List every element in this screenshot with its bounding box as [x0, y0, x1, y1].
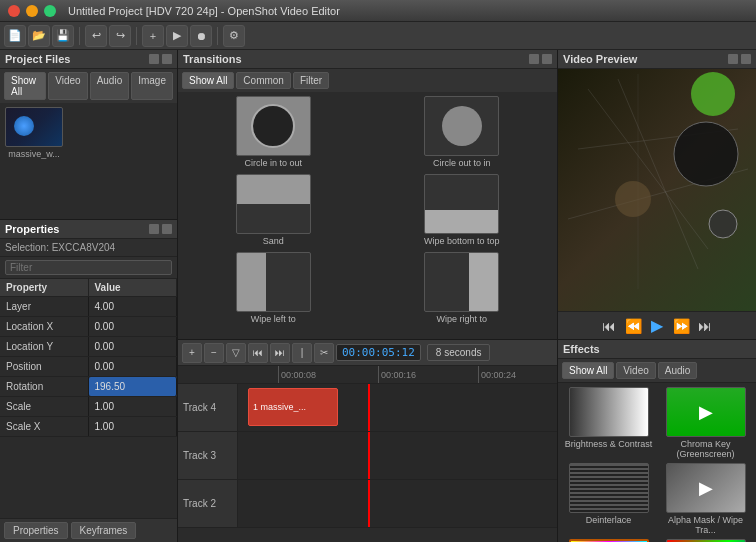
track-content[interactable]: 1 massive_...: [238, 384, 557, 431]
filter-button[interactable]: ▽: [226, 343, 246, 363]
open-button[interactable]: 📂: [28, 25, 50, 47]
table-row[interactable]: Position0.00: [0, 357, 177, 377]
tab-show-all-trans[interactable]: Show All: [182, 72, 234, 89]
tab-image-files[interactable]: Image: [131, 72, 173, 100]
value-cell[interactable]: 0.00: [89, 337, 178, 356]
effect-item[interactable]: Alpha Mask / Wipe Tra...: [659, 463, 752, 535]
transitions-scroll[interactable]: Circle in to outCircle out to inSandWipe…: [178, 92, 557, 339]
properties-table: Layer4.00Location X0.00Location Y0.00Pos…: [0, 297, 177, 518]
transition-item[interactable]: Circle in to out: [182, 96, 365, 168]
transitions-title: Transitions: [183, 53, 242, 65]
effect-item[interactable]: Chroma Key (Greenscreen): [659, 387, 752, 459]
tab-keyframes[interactable]: Keyframes: [71, 522, 137, 539]
value-cell[interactable]: 0.00: [89, 317, 178, 336]
project-files-icon-2[interactable]: [162, 54, 172, 64]
minimize-button[interactable]: [26, 5, 38, 17]
transition-thumbnail: [424, 174, 499, 234]
ruler-mark: 00:00:24: [478, 366, 516, 383]
properties-filter[interactable]: [0, 257, 177, 279]
effect-thumbnail: [569, 463, 649, 513]
tab-filter-trans[interactable]: Filter: [293, 72, 329, 89]
transition-item[interactable]: Wipe left to: [182, 252, 365, 324]
play-button[interactable]: ▶: [647, 316, 667, 335]
tab-properties[interactable]: Properties: [4, 522, 68, 539]
new-button[interactable]: 📄: [4, 25, 26, 47]
rewind-prev-button[interactable]: ⏪: [623, 318, 643, 334]
ruler-mark: 00:00:16: [378, 366, 416, 383]
rewind-button[interactable]: ⏮: [248, 343, 268, 363]
property-cell: Scale: [0, 397, 89, 416]
tab-show-all-files[interactable]: Show All: [4, 72, 46, 100]
property-cell: Scale X: [0, 417, 89, 436]
video-preview-section: Video Preview: [558, 50, 756, 340]
table-row[interactable]: Rotation196.50: [0, 377, 177, 397]
tab-audio-files[interactable]: Audio: [90, 72, 130, 100]
transitions-icon-2[interactable]: [542, 54, 552, 64]
value-cell[interactable]: 1.00: [89, 417, 178, 436]
save-button[interactable]: 💾: [52, 25, 74, 47]
effects-grid: Brightness & ContrastChroma Key (Greensc…: [558, 383, 756, 542]
close-button[interactable]: [8, 5, 20, 17]
export-button[interactable]: ▶: [166, 25, 188, 47]
value-cell[interactable]: 1.00: [89, 397, 178, 416]
track-content[interactable]: [238, 480, 557, 527]
razor-button[interactable]: ✂: [314, 343, 334, 363]
tab-show-all-effects[interactable]: Show All: [562, 362, 614, 379]
undo-button[interactable]: ↩: [85, 25, 107, 47]
effects-filter-bar: Show All Video Audio: [558, 359, 756, 383]
properties-filter-input[interactable]: [5, 260, 172, 275]
skip-end-button[interactable]: ⏭: [695, 318, 715, 334]
remove-track-button[interactable]: −: [204, 343, 224, 363]
skip-back-button[interactable]: ⏮: [599, 318, 619, 334]
preview-icon-2[interactable]: [741, 54, 751, 64]
effect-thumbnail: [569, 387, 649, 437]
forward-button[interactable]: ⏭: [270, 343, 290, 363]
preview-icon-1[interactable]: [728, 54, 738, 64]
fast-forward-button[interactable]: ⏩: [671, 318, 691, 334]
redo-button[interactable]: ↪: [109, 25, 131, 47]
file-label: massive_w...: [8, 149, 60, 159]
properties-icon-1[interactable]: [149, 224, 159, 234]
value-cell[interactable]: 0.00: [89, 357, 178, 376]
table-row[interactable]: Scale X1.00: [0, 417, 177, 437]
table-row[interactable]: Layer4.00: [0, 297, 177, 317]
properties-header: Properties: [0, 220, 177, 239]
value-cell[interactable]: 196.50: [89, 377, 178, 396]
transition-item[interactable]: Wipe right to: [371, 252, 554, 324]
toolbar-separator-2: [136, 27, 137, 45]
effect-item[interactable]: Brightness & Contrast: [562, 387, 655, 459]
table-row[interactable]: Location X0.00: [0, 317, 177, 337]
tab-video-effects[interactable]: Video: [616, 362, 655, 379]
track-row: Track 2: [178, 480, 557, 528]
transition-item[interactable]: Wipe bottom to top: [371, 174, 554, 246]
import-button[interactable]: +: [142, 25, 164, 47]
preferences-button[interactable]: ⚙: [223, 25, 245, 47]
track-content[interactable]: [238, 432, 557, 479]
transition-label: Sand: [263, 236, 284, 246]
timeline-tracks[interactable]: Track 41 massive_...Track 3Track 2: [178, 384, 557, 542]
timeline-clip[interactable]: 1 massive_...: [248, 388, 338, 426]
properties-tabs: Properties Keyframes: [0, 518, 177, 542]
property-cell: Location X: [0, 317, 89, 336]
maximize-button[interactable]: [44, 5, 56, 17]
marker-button[interactable]: |: [292, 343, 312, 363]
transition-item[interactable]: Circle out to in: [371, 96, 554, 168]
effect-item[interactable]: Deinterlace: [562, 463, 655, 535]
transitions-icon-1[interactable]: [529, 54, 539, 64]
value-cell[interactable]: 4.00: [89, 297, 178, 316]
tab-video-files[interactable]: Video: [48, 72, 87, 100]
table-row[interactable]: Location Y0.00: [0, 337, 177, 357]
tab-common-trans[interactable]: Common: [236, 72, 291, 89]
middle-panel: Transitions Show All Common Filter Circl…: [178, 50, 558, 542]
table-row[interactable]: Scale1.00: [0, 397, 177, 417]
transition-item[interactable]: Sand: [182, 174, 365, 246]
toolbar-separator-3: [217, 27, 218, 45]
file-item[interactable]: massive_w...: [4, 107, 64, 215]
add-track-button[interactable]: +: [182, 343, 202, 363]
transition-label: Wipe right to: [436, 314, 487, 324]
project-files-icon-1[interactable]: [149, 54, 159, 64]
transition-thumbnail: [424, 96, 499, 156]
record-button[interactable]: ⏺: [190, 25, 212, 47]
tab-audio-effects[interactable]: Audio: [658, 362, 698, 379]
properties-icon-2[interactable]: [162, 224, 172, 234]
